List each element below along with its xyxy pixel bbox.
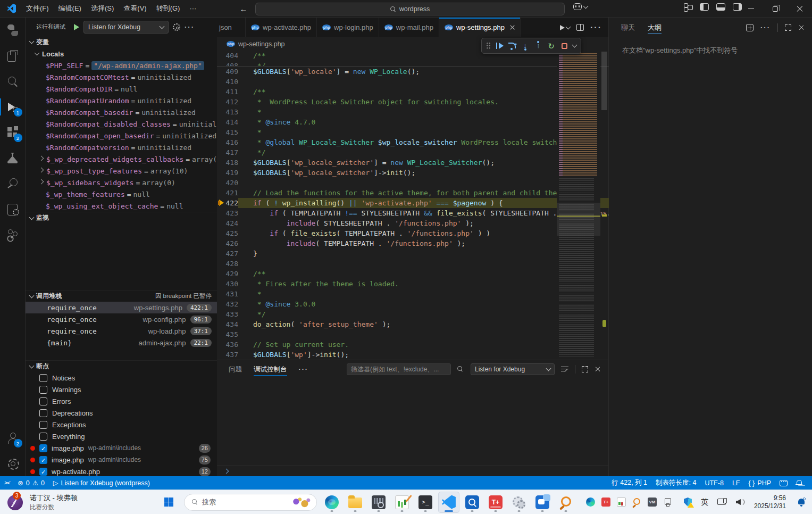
taskbar-app-file-explorer[interactable] [345,492,366,513]
eol-status[interactable]: LF [728,476,744,490]
ime-indicator[interactable]: 英 [701,498,708,507]
code-line[interactable]: 424 include( STYLESHEETPATH . '/function… [217,218,609,228]
menu-item-V[interactable]: 查看(V) [119,2,151,15]
taskbar-app-remote-desktop[interactable] [368,492,389,513]
current-debug-line[interactable]: 422if ( ! wp_installing() || 'wp-activat… [217,198,609,208]
code-line[interactable]: 413 * [217,107,609,117]
toolbar-drag-handle[interactable] [486,42,491,49]
taskbar-search[interactable]: 搜索 [184,494,317,511]
line-number[interactable]: 415 [217,127,238,137]
line-number[interactable]: 420 [217,178,238,188]
line-number[interactable]: 419 [217,168,238,178]
menu-item-S[interactable]: 选择(S) [86,2,119,15]
tab-wp-activate.php[interactable]: phpwp-activate.php [246,18,317,37]
clear-console-icon[interactable] [561,366,568,372]
variable-row[interactable]: $_wp_theme_features=null [26,188,217,200]
callstack-frame[interactable]: require_oncewp-settings.php422:1 [26,302,217,313]
activity-item-search[interactable] [0,69,26,94]
panel-launch-config-select[interactable]: Listen for Xdebug [471,363,555,375]
taskbar-app-chat-app[interactable] [532,492,553,513]
line-number[interactable]: 436 [217,339,238,350]
taskbar-app-vs-code[interactable] [438,492,459,513]
menu-item-G[interactable]: 转到(G) [152,2,185,15]
live-preview-button[interactable] [775,476,792,490]
new-chat-icon[interactable] [746,24,754,31]
callstack-frame[interactable]: {main}admin-ajax.php22:1 [26,337,217,349]
variables-section-header[interactable]: 变量 [26,36,217,48]
vertical-scrollbar[interactable] [600,51,608,360]
activity-item-testing[interactable] [0,145,26,171]
code-line[interactable]: 416 * @global WP_Locale_Switcher $wp_loc… [217,137,609,147]
close-rp-icon[interactable] [799,25,804,30]
code-line[interactable]: 431 * [217,289,609,299]
tray-usb-tray-icon[interactable] [663,498,672,507]
breakpoint-toggle-notices[interactable]: Notices [26,372,217,384]
minimize-button[interactable] [739,0,763,18]
watch-section-header[interactable]: 监视 [26,212,217,223]
close-panel-icon[interactable] [595,367,600,372]
checkbox-checked[interactable]: ✓ [39,456,47,464]
line-number[interactable]: 428 [217,259,238,269]
taskbar-app-search-orange-app[interactable] [555,492,576,513]
breakpoint-file-row[interactable]: ✓image.phpwp-admin\includes75 [26,454,217,466]
maximize-rp-icon[interactable] [785,24,791,31]
variable-row[interactable]: $_wp_sidebars_widgets=array(0) [26,177,217,188]
code-line[interactable]: 425 if ( file_exists( TEMPLATEPATH . '/f… [217,228,609,238]
editor-more-icon[interactable]: ··· [590,23,602,32]
activity-item-explorer[interactable] [0,43,26,69]
checkbox-checked[interactable]: ✓ [39,468,47,476]
activity-item-run-and-debug[interactable]: 1 [0,94,26,120]
code-line[interactable]: 426 include( TEMPLATEPATH . '/functions.… [217,238,609,248]
line-number[interactable]: 433 [217,309,238,319]
variable-row[interactable]: $RandomCompat_open_basedir=uninitialized [26,130,217,142]
checkbox-unchecked[interactable] [39,386,47,394]
code-line[interactable]: 410 [217,77,609,87]
line-number[interactable]: 422 [217,198,238,208]
code-line[interactable]: 409$GLOBALS['wp_locale'] = new WP_Locale… [217,67,609,77]
debug-filter-input[interactable]: 筛选器(例如 text、!exclude、... [347,363,451,375]
line-number[interactable]: 432 [217,299,238,309]
line-number[interactable]: 404 [217,51,238,61]
line-number[interactable]: 431 [217,289,238,299]
indentation-status[interactable]: 制表符长度: 4 [651,476,700,490]
checkbox-unchecked[interactable] [39,433,47,441]
step-out-button[interactable]: ↑ [533,41,543,51]
checkbox-unchecked[interactable] [39,397,47,405]
line-number[interactable]: 426 [217,238,238,248]
toggle-sidebar-icon[interactable] [700,3,709,11]
volume-icon[interactable] [736,498,745,506]
code-line[interactable]: 415 * [217,127,609,137]
defender-shield-icon[interactable] [684,498,692,507]
scrollbar-thumb[interactable] [601,52,607,110]
breakpoints-section-header[interactable]: 断点 [26,360,217,372]
code-line[interactable]: 433 */ [217,309,609,319]
line-number[interactable]: 412 [217,97,238,107]
network-icon[interactable] [717,498,727,506]
debug-more-icon[interactable]: ··· [185,23,195,31]
remote-indicator[interactable]: >< [0,476,15,490]
code-line[interactable]: 434do_action( 'after_setup_theme' ); [217,319,609,329]
line-number[interactable]: 430 [217,279,238,289]
tray-t-plus-tray-icon[interactable]: T+ [601,498,610,507]
variable-row[interactable]: $RandomCompatUrandom=uninitialized [26,95,217,106]
breakpoint-toggle-exceptions[interactable]: Exceptions [26,419,217,430]
debug-status[interactable]: ▷ Listen for Xdebug (wordpress) [49,476,154,490]
line-number[interactable]: 411 [217,87,238,97]
code-line[interactable]: 428 [217,259,609,269]
step-into-button[interactable]: ↓ [521,41,530,51]
activity-item-accounts[interactable]: 2 [0,425,26,451]
breakpoint-toggle-errors[interactable]: Errors [26,395,217,407]
restart-button[interactable]: ↻ [547,41,556,51]
tray-vm-tray-icon[interactable]: VM [648,498,657,507]
code-line[interactable]: 430 * Fires after the theme is loaded. [217,279,609,289]
breakpoint-file-row[interactable]: ✓wp-activate.php12 [26,466,217,476]
tab-wp-settings.php[interactable]: phpwp-settings.php [439,18,521,37]
variable-row[interactable]: $PHP_SELF="/wp-admin/admin-ajax.php" [26,60,217,71]
restore-button[interactable] [763,0,788,18]
code-line[interactable]: 427} [217,248,609,259]
checkbox-checked[interactable]: ✓ [39,444,47,452]
line-number[interactable]: 435 [217,329,238,339]
line-number[interactable]: 410 [217,77,238,87]
menu-item-F[interactable]: 文件(F) [21,2,54,15]
menu-overflow[interactable]: ··· [185,2,201,15]
